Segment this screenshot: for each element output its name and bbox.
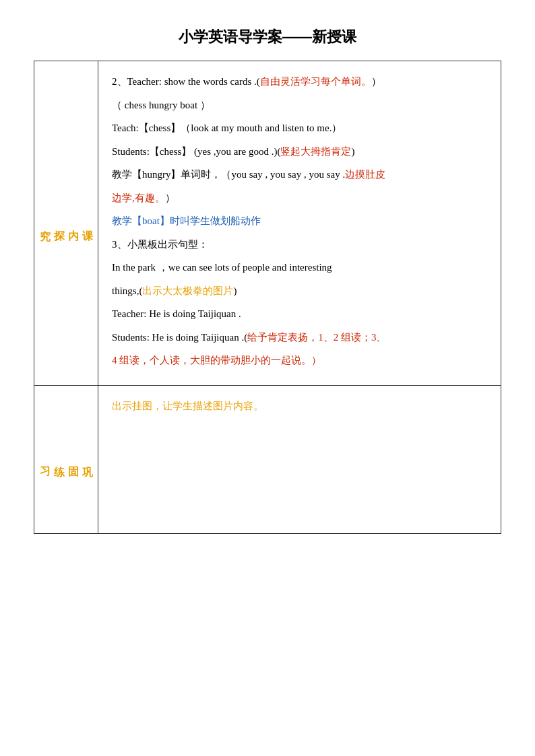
text-span: In the park ，we can see lots of people a… [112, 262, 332, 273]
text-span: ） [371, 76, 381, 87]
text-span: ) [351, 146, 354, 157]
note-span: 竖起大拇指肯定 [280, 146, 351, 157]
content-line-10b: 4 组读，个人读，大胆的带动胆小的一起说。） [112, 351, 487, 370]
note-span: 边摸肚皮 [345, 169, 385, 180]
text-span: Students:【chess】 (yes ,you are good .)( [112, 146, 280, 157]
note-span: 自由灵活学习每个单词。 [260, 76, 371, 87]
text-span: 教学【hungry】单词时，（you say , you say , you s… [112, 169, 345, 180]
content-line-6: 教学【boat】时叫学生做划船动作 [112, 211, 487, 231]
text-span: 2、Teacher: show the words cards .( [112, 76, 260, 87]
note-span: 边学,有趣。 [112, 193, 165, 203]
text-span: Students: He is doing Taijiquan .( [112, 332, 247, 343]
content-line-5: 教学【hungry】单词时，（you say , you say , you s… [112, 165, 487, 184]
content-line-8b: things,(出示大太极拳的图片) [112, 281, 487, 301]
main-table: 课内探究 2、Teacher: show the words cards .(自… [34, 61, 501, 534]
content-line-2: （ chess hungry boat ） [112, 96, 487, 115]
text-span: ) [233, 285, 237, 296]
content-line-10: Students: He is doing Taijiquan .(给予肯定表扬… [112, 328, 487, 347]
section-content-2: 出示挂图，让学生描述图片内容。 [98, 385, 501, 533]
text-span: 3、小黑板出示句型： [112, 239, 208, 250]
text-span: Teacher: He is doing Taijiquan . [112, 308, 241, 319]
content-line-9: Teacher: He is doing Taijiquan . [112, 304, 487, 324]
section-row-1: 课内探究 2、Teacher: show the words cards .(自… [34, 61, 501, 386]
section-label-2: 巩固练习 [34, 385, 98, 533]
content-line-3: Teach:【chess】（look at my mouth and liste… [112, 118, 487, 138]
page-title: 小学英语导学案——新授课 [34, 27, 501, 47]
note-span: 4 组读，个人读，大胆的带动胆小的一起说。） [112, 355, 321, 366]
section-content-1: 2、Teacher: show the words cards .(自由灵活学习… [98, 61, 501, 386]
text-span: （ chess hungry boat ） [112, 100, 210, 110]
content-line-8: In the park ，we can see lots of people a… [112, 258, 487, 277]
text-span: Teach:【chess】（look at my mouth and liste… [112, 123, 342, 133]
content-line-5b: 边学,有趣。） [112, 188, 487, 208]
content-line-7: 3、小黑板出示句型： [112, 235, 487, 254]
text-span: things,( [112, 285, 142, 296]
text-span: ） [165, 193, 175, 203]
content-line-4: Students:【chess】 (yes ,you are good .)(竖… [112, 142, 487, 162]
content-line-11: 出示挂图，让学生描述图片内容。 [112, 397, 487, 416]
content-line-1: 2、Teacher: show the words cards .(自由灵活学习… [112, 72, 487, 92]
note-span: 给予肯定表扬，1、2 组读；3、 [247, 332, 386, 343]
section-row-2: 巩固练习 出示挂图，让学生描述图片内容。 [34, 385, 501, 533]
orange-text-span: 出示挂图，让学生描述图片内容。 [112, 401, 263, 411]
blue-text-span: 教学【boat】时叫学生做划船动作 [112, 215, 261, 226]
section-label-1: 课内探究 [34, 61, 98, 386]
orange-span: 出示大太极拳的图片 [142, 285, 233, 296]
